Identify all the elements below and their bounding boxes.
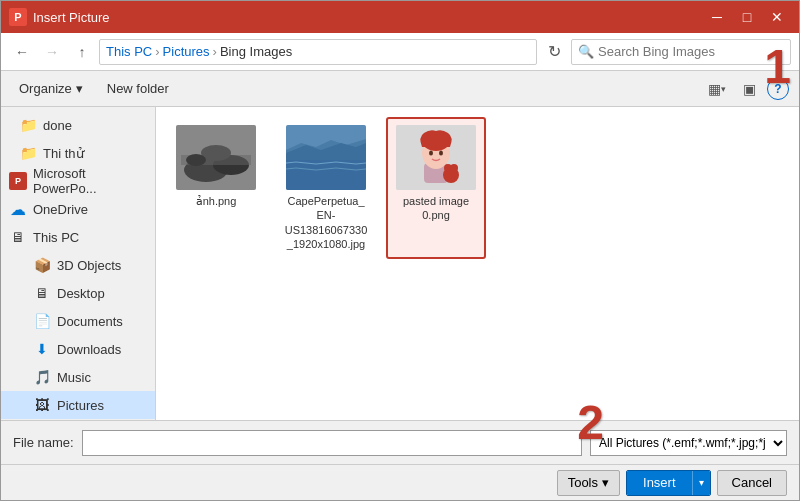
file-name-anh: ảnh.png bbox=[196, 194, 237, 208]
insert-picture-dialog: P Insert Picture ─ □ ✕ ← → ↑ This PC › P… bbox=[0, 0, 800, 501]
insert-button-group: Insert ▾ bbox=[626, 470, 711, 496]
insert-button[interactable]: Insert bbox=[627, 471, 692, 495]
toolbar: Organize ▾ New folder ▦ ▾ ▣ ? bbox=[1, 71, 799, 107]
sidebar-item-downloads[interactable]: ⬇ Downloads bbox=[1, 335, 155, 363]
breadcrumb-pictures[interactable]: Pictures bbox=[163, 44, 210, 59]
breadcrumb[interactable]: This PC › Pictures › Bing Images bbox=[99, 39, 537, 65]
maximize-button[interactable]: □ bbox=[733, 6, 761, 28]
view-arrow: ▾ bbox=[721, 84, 726, 94]
main-content: 📁 done 📁 Thi thử P Microsoft PowerPo... … bbox=[1, 107, 799, 420]
sidebar-label-documents: Documents bbox=[57, 314, 123, 329]
address-bar: ← → ↑ This PC › Pictures › Bing Images ↻… bbox=[1, 33, 799, 71]
title-controls: ─ □ ✕ bbox=[703, 6, 791, 28]
sidebar-item-thispc[interactable]: 🖥 This PC bbox=[1, 223, 155, 251]
title-bar: P Insert Picture ─ □ ✕ bbox=[1, 1, 799, 33]
sidebar: 📁 done 📁 Thi thử P Microsoft PowerPo... … bbox=[1, 107, 156, 420]
sidebar-label-music: Music bbox=[57, 370, 91, 385]
file-item-anh[interactable]: ảnh.png bbox=[166, 117, 266, 259]
folder-icon: 📁 bbox=[19, 116, 37, 134]
refresh-button[interactable]: ↻ bbox=[541, 39, 567, 65]
dialog-title: Insert Picture bbox=[33, 10, 703, 25]
file-thumb-anh bbox=[176, 125, 256, 190]
sidebar-item-onedrive[interactable]: ☁ OneDrive bbox=[1, 195, 155, 223]
cube-icon: 📦 bbox=[33, 256, 51, 274]
folder-icon: 📁 bbox=[19, 144, 37, 162]
sidebar-label-thi-thu: Thi thử bbox=[43, 146, 84, 161]
search-input[interactable] bbox=[598, 44, 784, 59]
onedrive-icon: ☁ bbox=[9, 200, 27, 218]
file-item-cape[interactable]: CapePerpetua_EN-US13816067330_1920x1080.… bbox=[276, 117, 376, 259]
sidebar-label-3dobjects: 3D Objects bbox=[57, 258, 121, 273]
organize-arrow: ▾ bbox=[76, 81, 83, 96]
tools-label: Tools bbox=[568, 475, 598, 490]
search-icon: 🔍 bbox=[578, 44, 594, 59]
view-button[interactable]: ▦ ▾ bbox=[703, 76, 731, 102]
toolbar-right: ▦ ▾ ▣ ? bbox=[703, 76, 789, 102]
file-area: ảnh.png CapePerpetua_EN-US13816067330_1 bbox=[156, 107, 799, 420]
svg-point-18 bbox=[450, 164, 458, 172]
minimize-button[interactable]: ─ bbox=[703, 6, 731, 28]
organize-label: Organize bbox=[19, 81, 72, 96]
file-item-pasted[interactable]: pasted image 0.png bbox=[386, 117, 486, 259]
sidebar-label-thispc: This PC bbox=[33, 230, 79, 245]
sidebar-item-desktop[interactable]: 🖥 Desktop bbox=[1, 279, 155, 307]
new-folder-label: New folder bbox=[107, 81, 169, 96]
tools-arrow: ▾ bbox=[602, 475, 609, 490]
sidebar-item-powerpoint[interactable]: P Microsoft PowerPo... bbox=[1, 167, 155, 195]
sidebar-label-pictures: Pictures bbox=[57, 398, 104, 413]
file-name-label: File name: bbox=[13, 435, 74, 450]
sidebar-label-downloads: Downloads bbox=[57, 342, 121, 357]
file-name-bar: File name: All Pictures (*.emf;*.wmf;*.j… bbox=[1, 420, 799, 464]
file-name-cape: CapePerpetua_EN-US13816067330_1920x1080.… bbox=[284, 194, 368, 251]
sidebar-label-onedrive: OneDrive bbox=[33, 202, 88, 217]
powerpoint-icon: P bbox=[9, 172, 27, 190]
file-thumb-pasted bbox=[396, 125, 476, 190]
pane-button[interactable]: ▣ bbox=[735, 76, 763, 102]
thispc-icon: 🖥 bbox=[9, 228, 27, 246]
sidebar-item-thi-thu[interactable]: 📁 Thi thử bbox=[1, 139, 155, 167]
back-button[interactable]: ← bbox=[9, 39, 35, 65]
pane-icon: ▣ bbox=[743, 81, 756, 97]
downloads-icon: ⬇ bbox=[33, 340, 51, 358]
cancel-button[interactable]: Cancel bbox=[717, 470, 787, 496]
sidebar-item-documents[interactable]: 📄 Documents bbox=[1, 307, 155, 335]
new-folder-button[interactable]: New folder bbox=[99, 76, 177, 102]
sidebar-item-music[interactable]: 🎵 Music bbox=[1, 363, 155, 391]
close-button[interactable]: ✕ bbox=[763, 6, 791, 28]
search-box[interactable]: 🔍 bbox=[571, 39, 791, 65]
action-bar: Tools ▾ Insert ▾ Cancel bbox=[1, 464, 799, 500]
breadcrumb-current: Bing Images bbox=[220, 44, 292, 59]
svg-point-14 bbox=[429, 151, 433, 156]
breadcrumb-sep2: › bbox=[213, 44, 217, 59]
view-icon: ▦ bbox=[708, 81, 721, 97]
help-button[interactable]: ? bbox=[767, 78, 789, 100]
sidebar-item-3dobjects[interactable]: 📦 3D Objects bbox=[1, 251, 155, 279]
insert-dropdown-button[interactable]: ▾ bbox=[692, 471, 710, 495]
documents-icon: 📄 bbox=[33, 312, 51, 330]
svg-point-5 bbox=[186, 154, 206, 166]
organize-button[interactable]: Organize ▾ bbox=[11, 76, 91, 102]
breadcrumb-sep1: › bbox=[155, 44, 159, 59]
file-name-pasted: pasted image 0.png bbox=[394, 194, 478, 223]
sidebar-label-powerpoint: Microsoft PowerPo... bbox=[33, 166, 147, 196]
music-icon: 🎵 bbox=[33, 368, 51, 386]
sidebar-item-pictures[interactable]: 🖼 Pictures bbox=[1, 391, 155, 419]
desktop-icon: 🖥 bbox=[33, 284, 51, 302]
svg-point-15 bbox=[439, 151, 443, 156]
svg-rect-7 bbox=[286, 160, 366, 190]
sidebar-label-done: done bbox=[43, 118, 72, 133]
forward-button[interactable]: → bbox=[39, 39, 65, 65]
sidebar-item-done[interactable]: 📁 done bbox=[1, 111, 155, 139]
breadcrumb-thispc[interactable]: This PC bbox=[106, 44, 152, 59]
sidebar-label-desktop: Desktop bbox=[57, 286, 105, 301]
tools-button[interactable]: Tools ▾ bbox=[557, 470, 620, 496]
app-icon: P bbox=[9, 8, 27, 26]
file-thumb-cape bbox=[286, 125, 366, 190]
pictures-icon: 🖼 bbox=[33, 396, 51, 414]
file-name-input[interactable] bbox=[82, 430, 582, 456]
file-type-select[interactable]: All Pictures (*.emf;*.wmf;*.jpg;*j bbox=[590, 430, 787, 456]
up-button[interactable]: ↑ bbox=[69, 39, 95, 65]
